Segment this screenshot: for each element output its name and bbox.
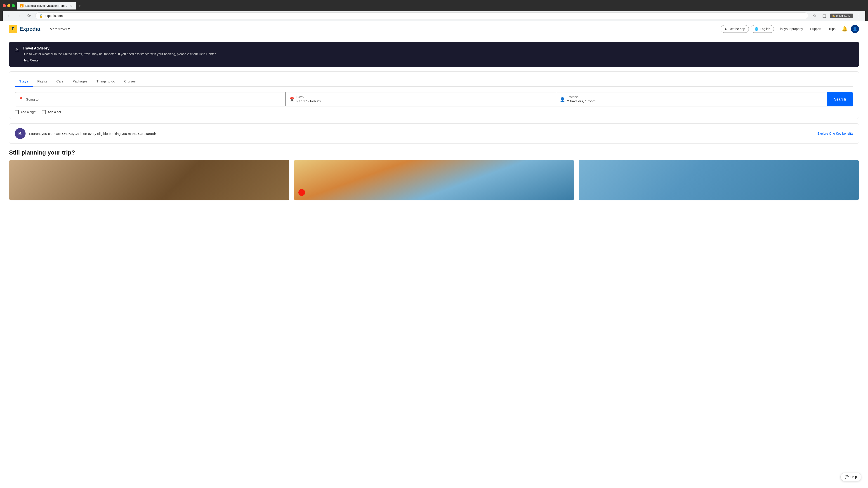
destination-field[interactable]: 📍 Going to xyxy=(15,92,285,106)
add-car-label: Add a car xyxy=(48,110,61,114)
search-widget: Stays Flights Cars Packages Things to do… xyxy=(9,71,859,119)
card-image-3 xyxy=(579,160,859,200)
back-button[interactable]: ← xyxy=(5,12,13,20)
dates-value: Feb 17 - Feb 20 xyxy=(297,99,321,103)
tab-cars-label: Cars xyxy=(56,79,64,83)
address-url: expedia.com xyxy=(45,14,63,18)
incognito-label: Incognito (2) xyxy=(836,14,851,18)
section-title: Still planning your trip? xyxy=(9,149,859,156)
user-avatar[interactable]: 👤 xyxy=(851,25,859,33)
user-icon: 👤 xyxy=(852,26,857,31)
english-label: English xyxy=(760,27,770,31)
address-bar[interactable]: 🔒 expedia.com xyxy=(35,12,808,19)
tab-packages[interactable]: Packages xyxy=(68,77,92,86)
tab-stays[interactable]: Stays xyxy=(15,77,33,86)
travelers-field[interactable]: 👤 Travelers 2 travelers, 1 room xyxy=(556,92,827,106)
support-button[interactable]: Support xyxy=(807,25,824,33)
get-app-button[interactable]: ⬇ Get the app xyxy=(721,25,749,33)
card-1[interactable] xyxy=(9,160,289,200)
logo-icon: E xyxy=(9,25,17,33)
incognito-icon: 🕵 xyxy=(832,14,835,18)
notifications-button[interactable]: 🔔 xyxy=(840,24,849,33)
location-icon: 📍 xyxy=(19,97,24,102)
globe-icon: 🌐 xyxy=(754,27,758,31)
browser-chrome: E Expedia Travel: Vacation Hom... ✕ + ← … xyxy=(0,0,868,21)
card-2[interactable] xyxy=(294,160,574,200)
tab-flights-label: Flights xyxy=(37,79,47,83)
more-travel-button[interactable]: More travel ▾ xyxy=(47,25,72,33)
bookmark-button[interactable]: ☆ xyxy=(811,12,818,20)
browser-titlebar: E Expedia Travel: Vacation Hom... ✕ + xyxy=(3,2,865,9)
add-car-checkbox[interactable] xyxy=(42,110,46,114)
search-label: Search xyxy=(834,97,846,101)
dates-label: Dates xyxy=(297,96,321,99)
advisory-help-link[interactable]: Help Center xyxy=(23,59,39,62)
tab-things-to-do[interactable]: Things to do xyxy=(92,77,120,86)
bell-icon: 🔔 xyxy=(842,26,848,32)
add-flight-checkbox-label[interactable]: Add a flight xyxy=(15,110,36,114)
onekey-avatar-letter: K xyxy=(18,131,22,136)
more-travel-label: More travel xyxy=(50,27,67,31)
list-property-button[interactable]: List your property xyxy=(776,25,806,33)
dates-field[interactable]: 📅 Dates Feb 17 - Feb 20 xyxy=(285,92,556,106)
forward-button[interactable]: → xyxy=(16,12,23,20)
onekey-banner: K Lauren, you can earn OneKeyCash on eve… xyxy=(9,123,859,144)
card-3[interactable] xyxy=(579,160,859,200)
chevron-down-icon: ▾ xyxy=(68,27,70,31)
address-bar-right: ☆ ◫ 🕵 Incognito (2) ⋮ xyxy=(811,12,863,20)
search-inputs-row: 📍 Going to 📅 Dates Feb 17 - Feb 20 👤 Tra… xyxy=(15,92,853,106)
tab-close-button[interactable]: ✕ xyxy=(69,4,73,8)
new-tab-button[interactable]: + xyxy=(76,2,83,9)
profile-split-button[interactable]: ◫ xyxy=(820,12,828,20)
card-image-2 xyxy=(294,160,574,200)
trips-label: Trips xyxy=(829,27,835,31)
add-flight-label: Add a flight xyxy=(21,110,36,114)
reload-button[interactable]: ⟳ xyxy=(25,12,33,20)
search-button[interactable]: Search xyxy=(827,92,853,106)
logo-text: Expedia xyxy=(20,26,40,32)
onekey-message: Lauren, you can earn OneKeyCash on every… xyxy=(29,132,814,135)
tab-flights[interactable]: Flights xyxy=(33,77,52,86)
navbar: E Expedia More travel ▾ ⬇ Get the app 🌐 … xyxy=(0,21,868,37)
tab-packages-label: Packages xyxy=(72,79,88,83)
destination-placeholder: Going to xyxy=(26,97,39,101)
lock-icon: 🔒 xyxy=(39,14,43,18)
page-content: E Expedia More travel ▾ ⬇ Get the app 🌐 … xyxy=(0,21,868,488)
trips-button[interactable]: Trips xyxy=(826,25,838,33)
advisory-text: Due to winter weather in the United Stat… xyxy=(23,52,854,57)
tab-bar: E Expedia Travel: Vacation Hom... ✕ + xyxy=(17,2,83,9)
travelers-label: Travelers xyxy=(567,96,595,99)
expedia-logo[interactable]: E Expedia xyxy=(9,25,40,33)
help-button[interactable]: 💬 Help xyxy=(840,473,861,481)
download-icon: ⬇ xyxy=(724,27,727,31)
get-app-label: Get the app xyxy=(728,27,745,31)
onekey-avatar: K xyxy=(15,128,26,139)
address-bar-row: ← → ⟳ 🔒 expedia.com ☆ ◫ 🕵 Incognito (2) … xyxy=(3,11,865,21)
warning-icon: ⚠ xyxy=(14,47,19,53)
travelers-field-content: Travelers 2 travelers, 1 room xyxy=(567,96,595,103)
window-close-button[interactable] xyxy=(3,4,6,7)
search-tabs: Stays Flights Cars Packages Things to do… xyxy=(15,77,853,87)
tab-stays-label: Stays xyxy=(19,79,28,83)
add-car-checkbox-label[interactable]: Add a car xyxy=(42,110,61,114)
language-button[interactable]: 🌐 English xyxy=(751,25,774,33)
search-extras: Add a flight Add a car xyxy=(15,110,853,114)
tab-cars[interactable]: Cars xyxy=(52,77,68,86)
add-flight-checkbox[interactable] xyxy=(15,110,19,114)
dates-field-content: Dates Feb 17 - Feb 20 xyxy=(297,96,321,103)
window-minimize-button[interactable] xyxy=(7,4,10,7)
advisory-banner: ⚠ Travel Advisory Due to winter weather … xyxy=(9,42,859,67)
tab-title: Expedia Travel: Vacation Hom... xyxy=(25,4,67,7)
incognito-badge[interactable]: 🕵 Incognito (2) xyxy=(830,13,853,18)
tab-cruises[interactable]: Cruises xyxy=(120,77,140,86)
navbar-right: ⬇ Get the app 🌐 English List your proper… xyxy=(721,24,859,33)
browser-more-button[interactable]: ⋮ xyxy=(855,12,863,20)
tab-favicon-expedia: E xyxy=(20,4,24,7)
travelers-value: 2 travelers, 1 room xyxy=(567,99,595,103)
window-maximize-button[interactable] xyxy=(12,4,15,7)
onekey-explore-link[interactable]: Explore One Key benefits xyxy=(817,132,853,135)
tab-things-label: Things to do xyxy=(96,79,115,83)
tab-cruises-label: Cruises xyxy=(124,79,135,83)
card-grid xyxy=(9,160,859,200)
browser-tab-active[interactable]: E Expedia Travel: Vacation Hom... ✕ xyxy=(17,2,76,9)
